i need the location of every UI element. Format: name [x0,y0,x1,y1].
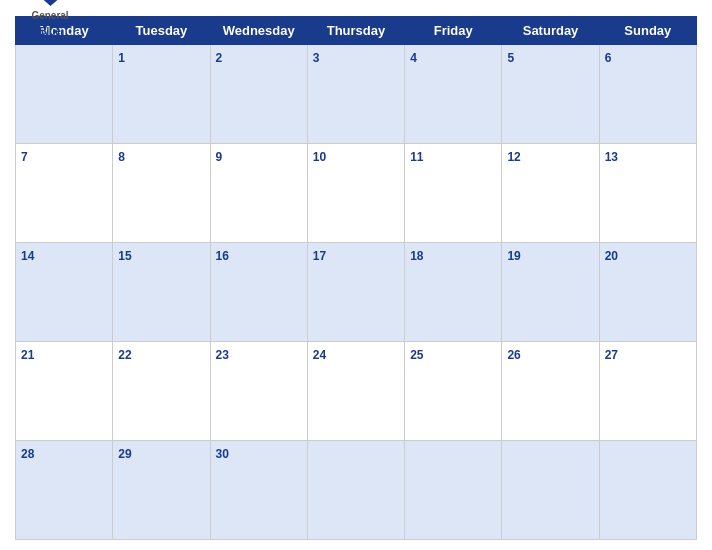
calendar-cell: 28 [16,441,113,540]
day-number: 25 [410,348,423,362]
calendar-cell: 18 [405,243,502,342]
calendar-cell [502,441,599,540]
day-number: 1 [118,51,125,65]
day-number: 18 [410,249,423,263]
weekday-header-thursday: Thursday [307,17,404,45]
calendar-cell [599,441,696,540]
day-number: 30 [216,447,229,461]
calendar-cell: 5 [502,45,599,144]
calendar-week-row: 21222324252627 [16,342,697,441]
calendar-cell: 17 [307,243,404,342]
calendar-cell: 12 [502,144,599,243]
calendar-cell: 25 [405,342,502,441]
calendar-cell: 10 [307,144,404,243]
day-number: 27 [605,348,618,362]
calendar-cell: 3 [307,45,404,144]
day-number: 29 [118,447,131,461]
calendar-cell: 2 [210,45,307,144]
day-number: 17 [313,249,326,263]
weekday-header-wednesday: Wednesday [210,17,307,45]
calendar-cell [405,441,502,540]
weekday-header-row: MondayTuesdayWednesdayThursdayFridaySatu… [16,17,697,45]
day-number: 23 [216,348,229,362]
calendar-cell: 7 [16,144,113,243]
calendar-cell: 9 [210,144,307,243]
calendar-cell: 29 [113,441,210,540]
weekday-header-friday: Friday [405,17,502,45]
weekday-header-saturday: Saturday [502,17,599,45]
calendar-cell: 24 [307,342,404,441]
calendar-cell [307,441,404,540]
calendar-cell: 22 [113,342,210,441]
calendar-cell: 6 [599,45,696,144]
day-number: 21 [21,348,34,362]
day-number: 6 [605,51,612,65]
day-number: 20 [605,249,618,263]
day-number: 22 [118,348,131,362]
calendar-cell: 30 [210,441,307,540]
weekday-header-tuesday: Tuesday [113,17,210,45]
calendar-week-row: 14151617181920 [16,243,697,342]
day-number: 24 [313,348,326,362]
day-number: 9 [216,150,223,164]
day-number: 8 [118,150,125,164]
calendar-cell: 16 [210,243,307,342]
calendar-cell: 23 [210,342,307,441]
calendar-cell [16,45,113,144]
calendar-cell: 8 [113,144,210,243]
day-number: 11 [410,150,423,164]
day-number: 28 [21,447,34,461]
calendar-cell: 15 [113,243,210,342]
day-number: 3 [313,51,320,65]
day-number: 4 [410,51,417,65]
logo: General Blue [15,0,85,39]
day-number: 13 [605,150,618,164]
calendar-cell: 14 [16,243,113,342]
day-number: 7 [21,150,28,164]
calendar-cell: 1 [113,45,210,144]
calendar-cell: 19 [502,243,599,342]
calendar-cell: 4 [405,45,502,144]
calendar-cell: 26 [502,342,599,441]
calendar-table: MondayTuesdayWednesdayThursdayFridaySatu… [15,16,697,540]
day-number: 14 [21,249,34,263]
day-number: 2 [216,51,223,65]
logo-general-text: General [31,10,68,21]
calendar-cell: 13 [599,144,696,243]
day-number: 10 [313,150,326,164]
calendar-cell: 20 [599,243,696,342]
day-number: 16 [216,249,229,263]
calendar-cell: 11 [405,144,502,243]
day-number: 26 [507,348,520,362]
day-number: 5 [507,51,514,65]
calendar-week-row: 78910111213 [16,144,697,243]
calendar-week-row: 123456 [16,45,697,144]
logo-blue-text: Blue [39,26,61,37]
day-number: 15 [118,249,131,263]
calendar-week-row: 282930 [16,441,697,540]
day-number: 19 [507,249,520,263]
calendar-cell: 21 [16,342,113,441]
day-number: 12 [507,150,520,164]
calendar-cell: 27 [599,342,696,441]
weekday-header-sunday: Sunday [599,17,696,45]
